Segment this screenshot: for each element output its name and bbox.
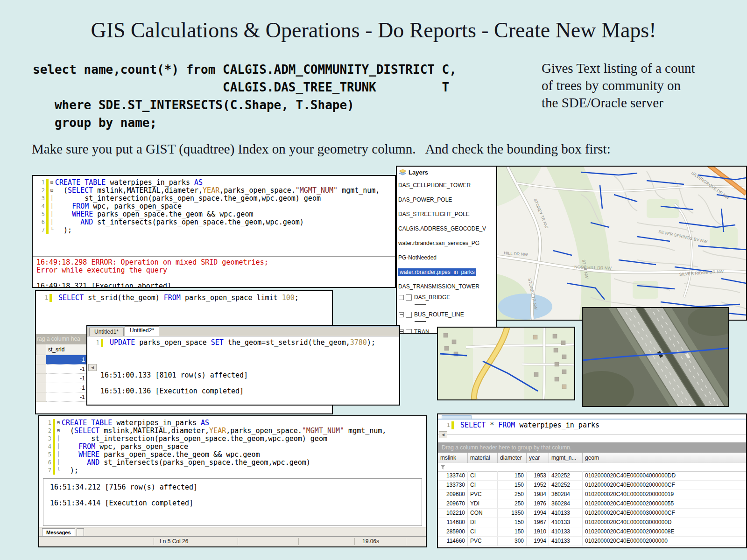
messages-tab[interactable]: Messages [42, 528, 75, 537]
layer-checkbox[interactable] [406, 294, 412, 301]
code-line[interactable]: 5│ WHERE parks_open_space.the_geom && wp… [39, 451, 426, 459]
layer-item[interactable]: water.rbrander.pipes_in_parks [397, 265, 496, 279]
expand-icon[interactable] [399, 312, 404, 317]
code-line[interactable]: 4│ FROM wpc, parks_open_space [39, 443, 426, 451]
layer-item[interactable]: DAS_STREETLIGHT_POLE [397, 207, 496, 221]
table-cell[interactable]: 1994 [527, 537, 549, 546]
sql-code-editor[interactable]: 1SELECT * FROM waterpipes_in_parks [438, 420, 746, 429]
fold-marker[interactable]: ⊟ [55, 419, 62, 427]
code-line[interactable]: 3│ st_intersection(parks_open_space.the_… [39, 435, 426, 443]
fold-marker[interactable]: ⊟ [49, 179, 55, 187]
table-cell[interactable]: CI [468, 527, 498, 536]
table-row[interactable]: 285900CI15019104101330102000020C40E00000… [438, 527, 746, 537]
layer-checkbox[interactable] [406, 329, 412, 334]
table-cell[interactable]: 133740 [438, 471, 468, 480]
table-cell[interactable]: DI [468, 518, 498, 527]
table-cell[interactable]: 0102000020C40E000003000000D [583, 518, 746, 527]
code-line[interactable]: 2⊟ (SELECT mslink,MATERIAL,diameter,YEAR… [39, 427, 426, 435]
table-cell[interactable]: CON [468, 509, 498, 518]
table-cell[interactable]: 150 [498, 527, 527, 536]
st-srid-cell[interactable]: -1 [46, 374, 88, 383]
fold-marker[interactable]: ⊟ [49, 187, 55, 195]
table-cell[interactable]: 150 [498, 471, 527, 480]
code-line[interactable]: 1UPDATE parks_open_space SET the_geom=st… [87, 339, 399, 347]
fold-marker[interactable]: ⊟ [55, 427, 62, 435]
table-cell[interactable]: 410133 [549, 509, 583, 518]
grid-filter-row[interactable] [438, 463, 746, 472]
sql-code-editor[interactable]: 1⊟CREATE TABLE waterpipes_in_parks AS2⊟ … [33, 176, 395, 234]
expand-icon[interactable] [399, 295, 404, 300]
table-cell[interactable]: 250 [498, 490, 527, 499]
row-selector[interactable] [36, 355, 46, 364]
street-map-view[interactable]: STONEY TR NW HILL DR NW NOSE HILL DR NW … [496, 166, 747, 321]
table-cell[interactable]: 1952 [527, 481, 549, 490]
code-line[interactable]: 5│ WHERE parks_open_space.the_geom && wp… [33, 210, 395, 218]
row-selector[interactable] [36, 374, 46, 383]
table-cell[interactable]: CI [468, 481, 498, 490]
table-row[interactable]: 133730CI15019524202520102000020C40E00000… [438, 481, 746, 490]
code-line[interactable]: 4│ FROM wpc, parks_open_space [33, 203, 395, 210]
table-cell[interactable]: 102210 [438, 509, 468, 518]
layer-item[interactable]: DAS_TRANSMISSION_TOWER [397, 279, 496, 294]
sql-code-editor[interactable]: 1⊟CREATE TABLE waterpipes_in_parks AS2⊟ … [39, 416, 426, 475]
table-cell[interactable]: 285900 [438, 527, 468, 536]
column-header-material[interactable]: material [468, 453, 498, 463]
table-cell[interactable]: 360284 [549, 490, 583, 499]
detail-map-view[interactable] [437, 327, 575, 400]
table-row[interactable]: 102210CON135019944101330102000020C40E000… [438, 509, 746, 518]
table-cell[interactable]: 1967 [527, 518, 549, 527]
table-row[interactable]: 133740CI15019534202520102000020C40E00000… [438, 471, 746, 481]
grid-row[interactable]: -1 [36, 364, 88, 374]
table-cell[interactable]: 1350 [498, 509, 527, 518]
table-cell[interactable]: 420252 [549, 481, 583, 490]
table-cell[interactable]: 1910 [527, 527, 549, 536]
code-line[interactable]: 1⊟CREATE TABLE waterpipes_in_parks AS [39, 419, 426, 427]
table-cell[interactable]: YDI [468, 499, 498, 508]
grid-row[interactable]: -1 [36, 392, 88, 402]
scroll-left-arrow[interactable]: ◀ [439, 431, 447, 438]
table-cell[interactable]: 0102000020C40E000004000000DD [583, 471, 746, 480]
code-line[interactable]: 6│ AND st_intersects(parks_open_space.th… [33, 218, 395, 226]
table-cell[interactable]: 0102000020C40E00000200000055 [583, 499, 746, 508]
layer-item[interactable]: DAS_BRIDGE [397, 294, 496, 301]
tab-stub[interactable] [77, 528, 84, 537]
layer-item[interactable]: water.rbrander.san_services_PG [397, 236, 496, 250]
column-header-mgmtn[interactable]: mgmt_n... [549, 453, 583, 463]
tab-stub[interactable] [442, 415, 472, 419]
row-selector[interactable] [36, 364, 46, 374]
tab-untitled1[interactable]: Untitled1* [89, 328, 124, 336]
table-cell[interactable]: 250 [498, 499, 527, 508]
grid-row[interactable]: -1 [36, 374, 88, 383]
table-cell[interactable]: 410133 [549, 537, 583, 546]
table-cell[interactable]: CI [468, 471, 498, 480]
table-cell[interactable]: 410133 [549, 518, 583, 527]
table-row[interactable]: 114660PVC30019944101330102000020C40E0000… [438, 537, 746, 546]
table-cell[interactable]: 133730 [438, 481, 468, 490]
sql-code-editor[interactable]: 1SELECT st_srid(the_geom) FROM parks_ope… [36, 291, 332, 302]
table-row[interactable]: 114680DI15019674101330102000020C40E00000… [438, 518, 746, 527]
column-header-year[interactable]: year [527, 453, 549, 463]
layer-item[interactable]: CALGIS.ADDRESS_GEOCODE_V [397, 221, 496, 236]
layer-item[interactable]: DAS_POWER_POLE [397, 192, 496, 207]
row-selector[interactable] [36, 383, 46, 392]
scroll-left-arrow[interactable]: ◀ [88, 364, 97, 371]
table-cell[interactable]: 0102000020C40E000003000000CF [583, 509, 746, 518]
code-line[interactable]: 1SELECT * FROM waterpipes_in_parks [438, 421, 746, 429]
table-cell[interactable]: 114680 [438, 518, 468, 527]
code-line[interactable]: 1SELECT st_srid(the_geom) FROM parks_ope… [36, 294, 332, 302]
layer-checkbox[interactable] [406, 312, 412, 318]
table-cell[interactable]: 209670 [438, 499, 468, 508]
table-cell[interactable]: 360284 [549, 499, 583, 508]
table-cell[interactable]: 1984 [527, 490, 549, 499]
column-header-mslink[interactable]: mslink [438, 453, 468, 463]
table-row[interactable]: 209670YDI25019763602840102000020C40E0000… [438, 499, 746, 509]
table-cell[interactable]: 114660 [438, 537, 468, 546]
code-line[interactable]: 6│ AND st_intersects(parks_open_space.th… [39, 459, 426, 467]
table-cell[interactable]: 300 [498, 537, 527, 546]
table-cell[interactable]: 150 [498, 481, 527, 490]
table-cell[interactable]: 209680 [438, 490, 468, 499]
table-cell[interactable]: PVC [468, 537, 498, 546]
st-srid-cell[interactable]: -1 [46, 392, 88, 402]
grid-row[interactable]: -1 [36, 383, 88, 392]
table-row[interactable]: 209680PVC25019843602840102000020C40E0000… [438, 490, 746, 499]
